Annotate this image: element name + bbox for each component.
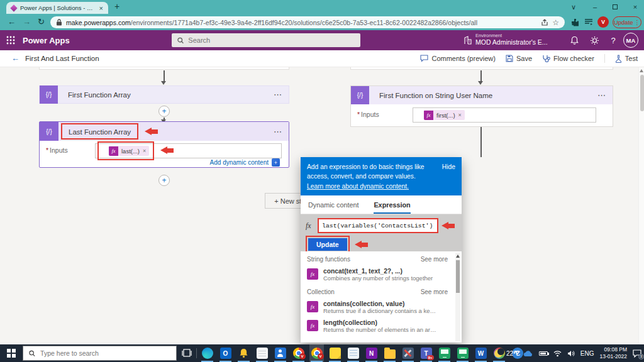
brand-title[interactable]: Power Apps	[23, 30, 70, 50]
app-search-box[interactable]	[172, 33, 360, 47]
tab-expression[interactable]: Expression	[374, 195, 410, 214]
calendar-icon	[257, 348, 268, 359]
tray-expand-chevron[interactable]: ^	[513, 349, 517, 357]
taskbar-calendar[interactable]	[255, 344, 269, 362]
taskbar-onenote[interactable]: N	[364, 344, 379, 362]
function-list: String functions See more fx concat(text…	[301, 251, 462, 343]
bookmark-star-icon[interactable]: ☆	[552, 18, 559, 27]
new-tab-button[interactable]: +	[114, 1, 119, 11]
environment-building-icon	[464, 36, 472, 45]
taskbar-outlook[interactable]: O	[218, 344, 233, 362]
extensions-puzzle-icon[interactable]	[571, 18, 579, 26]
waffle-menu-icon[interactable]	[6, 36, 15, 45]
comments-button[interactable]: Comments (preview)	[420, 55, 495, 62]
onedrive-cloud-icon[interactable]	[523, 350, 533, 357]
reading-list-icon[interactable]	[584, 19, 593, 26]
test-button[interactable]: Test	[615, 55, 638, 63]
browser-update-button[interactable]: Update ⋮	[613, 16, 641, 28]
taskbar-word[interactable]: W	[474, 344, 488, 362]
taskbar-edge[interactable]	[200, 344, 214, 362]
panel-tabs: Dynamic content Expression	[301, 195, 462, 214]
window-minimize-button[interactable]: –	[586, 0, 604, 14]
card-header[interactable]: {/} Last Function Array ⋯	[40, 122, 289, 141]
hide-button[interactable]: Hide	[442, 162, 455, 172]
dynamic-content-icon[interactable]: +	[272, 158, 280, 167]
taskbar-people[interactable]	[273, 344, 287, 362]
taskbar-search-box[interactable]	[23, 346, 177, 361]
taskbar-remote-desktop-2[interactable]	[455, 344, 470, 362]
scrollbar-thumb[interactable]	[456, 260, 460, 293]
connector-arrowhead-icon	[161, 81, 166, 85]
function-item[interactable]: fx concat(text_1, text_2?, ...)Combines …	[301, 265, 462, 284]
card-header[interactable]: {/} First Function on String User Name ⋯	[351, 86, 613, 104]
taskbar-chrome-profile-1[interactable]: V	[291, 344, 306, 362]
expression-chip[interactable]: fx first(...) ×	[424, 110, 465, 120]
annotation-arrow-icon	[441, 222, 455, 230]
window-close-button[interactable]: ×	[626, 0, 644, 14]
taskbar-search-input[interactable]	[40, 349, 170, 357]
battery-icon[interactable]	[539, 351, 548, 356]
taskbar-tools[interactable]	[401, 344, 415, 362]
expression-input[interactable]: last(variables('ContactsList'))	[318, 218, 438, 233]
function-item[interactable]: fx length(collection)Returns the number …	[301, 317, 462, 336]
tab-close-icon[interactable]: ×	[99, 4, 103, 12]
browser-forward-button[interactable]: →	[23, 17, 31, 26]
insert-step-button[interactable]: +	[158, 106, 170, 117]
taskbar-sticky-notes[interactable]	[328, 344, 342, 362]
taskbar-clock[interactable]: 09:08 PM 13-01-2022	[600, 346, 627, 361]
speaker-icon[interactable]	[567, 350, 575, 357]
share-icon[interactable]	[541, 19, 548, 26]
browser-refresh-button[interactable]: ↻	[38, 17, 45, 26]
account-avatar[interactable]: MA	[623, 33, 638, 48]
card-title: First Function Array	[68, 91, 274, 99]
browser-back-button[interactable]: ←	[8, 17, 16, 26]
start-button[interactable]	[0, 344, 23, 362]
panel-scrollbar[interactable]	[455, 253, 460, 341]
scrollbar-thumb[interactable]	[640, 75, 644, 111]
help-button[interactable]: ?	[605, 30, 621, 50]
window-maximize-button[interactable]	[606, 0, 624, 14]
settings-gear-button[interactable]	[586, 30, 602, 50]
add-dynamic-content-link[interactable]: Add dynamic content	[210, 159, 269, 166]
browser-profile-avatar[interactable]: V	[597, 16, 609, 28]
update-button[interactable]: Update	[308, 238, 347, 251]
card-first-function-string[interactable]: {/} First Function on String User Name ⋯…	[350, 85, 613, 127]
notifications-bell-button[interactable]	[566, 30, 582, 50]
card-menu-button[interactable]: ⋯	[274, 90, 282, 99]
canvas-scrollbar[interactable]	[638, 67, 644, 344]
taskbar-file-explorer[interactable]	[382, 344, 397, 362]
taskbar-remote-desktop-1[interactable]	[437, 344, 452, 362]
divider	[196, 348, 197, 358]
task-view-icon[interactable]	[182, 349, 192, 357]
tab-dynamic-content[interactable]: Dynamic content	[308, 195, 358, 214]
see-more-link[interactable]: See more	[421, 288, 448, 295]
windows-taskbar: O V V N T9+ W ? 22°C ^	[0, 344, 644, 362]
flow-back-button[interactable]: ←	[11, 53, 19, 63]
chip-remove-icon[interactable]: ×	[458, 112, 465, 118]
save-button[interactable]: Save	[506, 55, 532, 62]
app-search-input[interactable]	[188, 36, 355, 44]
function-item[interactable]: fx contains(collection, value)Returns tr…	[301, 298, 462, 317]
see-more-link[interactable]: See more	[421, 256, 448, 263]
maximize-icon	[613, 4, 618, 9]
card-menu-button[interactable]: ⋯	[597, 90, 606, 100]
action-center-button[interactable]: 3	[633, 349, 641, 358]
expression-callout: Add an expression to do basic things lik…	[301, 157, 462, 195]
language-indicator[interactable]: ENG	[580, 350, 594, 357]
insert-step-button[interactable]: +	[158, 175, 170, 186]
taskbar-chrome-profile-2[interactable]: V	[309, 344, 324, 362]
url-bar[interactable]: make.powerapps.com/environments/1771a4b7…	[50, 16, 565, 28]
taskbar-teams[interactable]: T9+	[419, 344, 433, 362]
browser-menu-chevron-icon[interactable]: ∨	[565, 0, 582, 14]
connector-line	[480, 70, 482, 82]
learn-more-link[interactable]: Learn more about dynamic content.	[307, 183, 409, 190]
card-first-function-array[interactable]: {/} First Function Array ⋯	[39, 85, 289, 104]
taskbar-notepad[interactable]	[346, 344, 360, 362]
environment-selector[interactable]: Environment MOD Administrator's E...	[475, 33, 548, 47]
card-last-function-array[interactable]: {/} Last Function Array ⋯ *Inputs fx las…	[39, 121, 289, 168]
taskbar-alarms[interactable]	[236, 344, 251, 362]
card-menu-button[interactable]: ⋯	[274, 127, 282, 136]
wifi-icon[interactable]	[553, 350, 562, 357]
flow-checker-button[interactable]: Flow checker	[542, 55, 594, 63]
browser-tab[interactable]: Power Apps | Solutions - Flows ×	[6, 2, 108, 14]
